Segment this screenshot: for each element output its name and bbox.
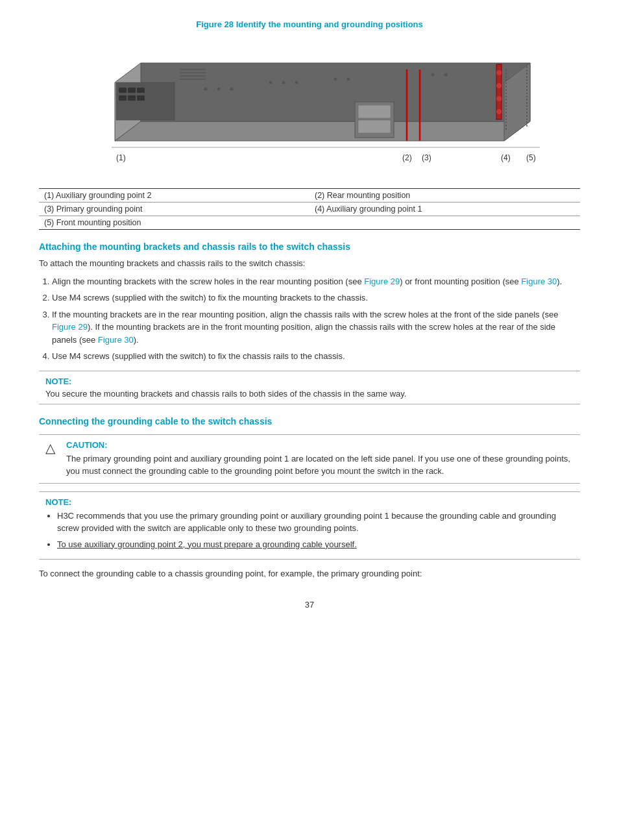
svg-point-36 xyxy=(444,73,448,77)
svg-point-27 xyxy=(204,88,208,91)
figure-title: Figure 28 Identify the mounting and grou… xyxy=(39,19,580,29)
svg-text:(5): (5) xyxy=(526,153,536,162)
svg-text:(4): (4) xyxy=(501,153,511,162)
figure30-link-2[interactable]: Figure 30 xyxy=(98,335,134,345)
section1-note-label: NOTE: xyxy=(45,377,574,386)
figure29-link-1[interactable]: Figure 29 xyxy=(364,277,400,286)
step-3: If the mounting brackets are in the rear… xyxy=(52,308,580,347)
section2-closing: To connect the grounding cable to a chas… xyxy=(39,567,580,580)
svg-point-35 xyxy=(431,73,435,77)
legend-cell-3b xyxy=(310,216,580,230)
svg-point-22 xyxy=(496,83,502,88)
figure29-link-2[interactable]: Figure 29 xyxy=(52,322,88,332)
section1-intro: To attach the mounting brackets and chas… xyxy=(39,257,580,270)
svg-rect-5 xyxy=(119,88,127,93)
legend-cell-1a: (1) Auxiliary grounding point 2 xyxy=(39,189,310,203)
section2-note-bullets: H3C recommends that you use the primary … xyxy=(57,510,574,551)
legend-cell-2b: (4) Auxiliary grounding point 1 xyxy=(310,203,580,216)
svg-point-32 xyxy=(295,81,298,84)
svg-rect-17 xyxy=(358,120,391,133)
caution-block: △ CAUTION: The primary grounding point a… xyxy=(39,434,580,484)
section2-heading: Connecting the grounding cable to the sw… xyxy=(39,416,580,426)
step-1: Align the mounting brackets with the scr… xyxy=(52,275,580,288)
figure30-link-1[interactable]: Figure 30 xyxy=(521,277,557,286)
svg-point-33 xyxy=(334,78,337,81)
step-2: Use M4 screws (supplied with the switch)… xyxy=(52,291,580,304)
svg-text:(1): (1) xyxy=(116,153,126,162)
caution-content: CAUTION: The primary grounding point and… xyxy=(66,440,574,478)
svg-point-23 xyxy=(496,96,502,101)
section1-note-text: You secure the mounting brackets and cha… xyxy=(45,389,574,399)
svg-point-24 xyxy=(496,109,502,114)
step-4: Use M4 screws (supplied with the switch)… xyxy=(52,350,580,363)
svg-text:(3): (3) xyxy=(422,153,431,162)
note-bullet-1: H3C recommends that you use the primary … xyxy=(57,510,574,535)
svg-rect-16 xyxy=(358,105,391,118)
legend-row-2: (3) Primary grounding point (4) Auxiliar… xyxy=(39,203,580,216)
svg-rect-9 xyxy=(128,95,136,101)
svg-marker-1 xyxy=(141,63,530,121)
section2-note-label: NOTE: xyxy=(45,497,574,507)
svg-point-29 xyxy=(230,88,234,91)
note-bullet-2: To use auxiliary grounding point 2, you … xyxy=(57,538,574,551)
section1-heading: Attaching the mounting brackets and chas… xyxy=(39,241,580,252)
legend-row-3: (5) Front mounting position xyxy=(39,216,580,230)
legend-cell-2a: (3) Primary grounding point xyxy=(39,203,310,216)
svg-point-34 xyxy=(347,78,350,81)
svg-point-21 xyxy=(496,70,502,75)
caution-triangle-icon: △ xyxy=(45,440,60,456)
svg-rect-8 xyxy=(119,95,127,101)
svg-point-30 xyxy=(269,81,273,84)
caution-text: The primary grounding point and auxiliar… xyxy=(66,452,574,478)
svg-marker-0 xyxy=(115,121,530,141)
svg-point-28 xyxy=(217,88,221,91)
svg-rect-7 xyxy=(137,88,145,93)
svg-text:(2): (2) xyxy=(402,153,412,162)
switch-diagram: (1) (2) (3) (4) (5) xyxy=(76,37,543,186)
figure-container: (1) (2) (3) (4) (5) xyxy=(39,37,580,188)
page-number: 37 xyxy=(39,600,580,610)
svg-rect-6 xyxy=(128,88,136,93)
legend-cell-1b: (2) Rear mounting position xyxy=(310,189,580,203)
figure-legend-table: (1) Auxiliary grounding point 2 (2) Rear… xyxy=(39,188,580,230)
svg-point-31 xyxy=(282,81,285,84)
legend-row-1: (1) Auxiliary grounding point 2 (2) Rear… xyxy=(39,189,580,203)
legend-cell-3a: (5) Front mounting position xyxy=(39,216,310,230)
section2-note: NOTE: H3C recommends that you use the pr… xyxy=(39,491,580,560)
steps-list: Align the mounting brackets with the scr… xyxy=(52,275,580,363)
svg-rect-10 xyxy=(137,95,145,101)
section1-note: NOTE: You secure the mounting brackets a… xyxy=(39,371,580,404)
caution-label: CAUTION: xyxy=(66,440,574,450)
